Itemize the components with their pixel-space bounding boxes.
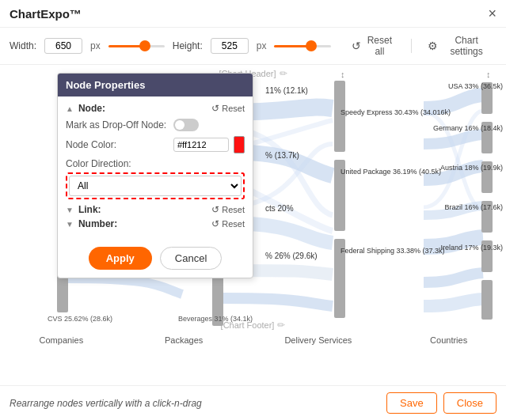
node-label-4: % 26% (29.6k) xyxy=(265,251,318,261)
reset-icon-link: ↺ xyxy=(211,204,219,215)
px-label-2: px xyxy=(257,40,267,51)
edit-footer-icon[interactable]: ✏ xyxy=(277,320,285,331)
link-chevron-icon: ▼ xyxy=(66,206,74,214)
edit-header-icon[interactable]: ✏ xyxy=(280,68,287,79)
width-slider-track xyxy=(108,45,165,47)
reset-all-button[interactable]: ↺ Reset all xyxy=(347,32,401,59)
number-section-title: Number: xyxy=(78,218,117,229)
column-headers: Companies Packages Delivery Services Cou… xyxy=(0,335,506,345)
color-label: Node Color: xyxy=(66,139,169,150)
country-label-usa: USA 33% (36.5k) xyxy=(448,82,503,92)
number-section-header: ▼ Number: ↺ Reset xyxy=(66,218,245,229)
chart-area: ↕ ↕ ↕ ↕ [Chart Header] ✏ 11% (12.1k) % (… xyxy=(0,65,506,350)
close-button[interactable]: × xyxy=(488,6,496,21)
panel-header: Node Properties xyxy=(58,74,253,96)
col-delivery: Delivery Services xyxy=(271,335,366,345)
chart-settings-label: Chart settings xyxy=(441,35,492,57)
svg-text:↕: ↕ xyxy=(341,70,345,79)
toolbar: Width: px Height: px ↺ Reset all ⚙ Chart… xyxy=(0,28,506,65)
height-slider-track xyxy=(274,45,330,47)
number-chevron-icon: ▼ xyxy=(66,220,74,229)
height-label: Height: xyxy=(173,40,203,51)
node-reset-link[interactable]: ↺ Reset xyxy=(211,103,245,114)
cancel-button[interactable]: Cancel xyxy=(160,247,222,270)
top-bar: ChartExpo™ × xyxy=(0,0,506,28)
height-slider-thumb[interactable] xyxy=(306,40,317,51)
direction-label: Color Direction: xyxy=(66,158,245,169)
app-title: ChartExpo™ xyxy=(10,7,481,21)
country-label-germany: Germany 16% (18.4k) xyxy=(433,124,503,134)
bottom-hint: Rearrange nodes vertically with a click-… xyxy=(10,398,380,409)
dropoff-row: Mark as Drop-Off Node: xyxy=(66,119,245,131)
node-label-2: % (13.7k) xyxy=(265,150,299,161)
node-label-1: 11% (12.1k) xyxy=(265,85,308,96)
node-section: ▲ Node: ↺ Reset Mark as Drop-Off Node: xyxy=(66,103,245,199)
width-slider-thumb[interactable] xyxy=(139,40,150,51)
reset-icon-node: ↺ xyxy=(211,103,219,114)
link-section-header: ▼ Link: ↺ Reset xyxy=(66,204,245,215)
apply-button[interactable]: Apply xyxy=(89,247,152,270)
link-reset-link[interactable]: ↺ Reset xyxy=(211,204,245,215)
bottom-label-cvs: CVS 25.62% (28.6k) xyxy=(48,315,112,324)
dropoff-toggle[interactable] xyxy=(173,119,199,131)
color-input[interactable] xyxy=(173,138,229,152)
delivery-label-speedy: Speedy Express 30.43% (34.016k) xyxy=(341,108,451,118)
node-properties-panel: Node Properties ▲ Node: ↺ Reset Mark as … xyxy=(57,73,253,278)
width-input[interactable] xyxy=(44,38,82,54)
svg-rect-16 xyxy=(481,280,493,320)
px-label-1: px xyxy=(90,40,101,51)
country-label-brazil: Brazil 16% (17.6k) xyxy=(444,203,503,213)
svg-text:↕: ↕ xyxy=(486,70,491,79)
direction-select-wrapper: All xyxy=(66,172,245,199)
panel-footer: Apply Cancel xyxy=(58,242,253,278)
panel-body: ▲ Node: ↺ Reset Mark as Drop-Off Node: xyxy=(58,96,253,242)
node-section-title: Node: xyxy=(78,103,105,114)
chart-footer-label: [Chart Footer] ✏ xyxy=(221,320,286,331)
chart-settings-button[interactable]: ⚙ Chart settings xyxy=(423,32,496,59)
toolbar-divider xyxy=(411,39,412,53)
country-label-ireland: Ireland 17% (19.3k) xyxy=(440,244,503,253)
width-slider[interactable] xyxy=(108,40,165,51)
number-reset-link[interactable]: ↺ Reset xyxy=(211,218,245,229)
delivery-label-united: United Package 36.19% (40.5k) xyxy=(341,168,441,177)
node-chevron-icon: ▲ xyxy=(66,104,74,113)
save-button[interactable]: Save xyxy=(386,392,437,414)
reset-icon: ↺ xyxy=(352,40,361,52)
settings-icon: ⚙ xyxy=(428,40,438,52)
col-packages: Packages xyxy=(148,335,219,345)
direction-section: Color Direction: All xyxy=(66,158,245,199)
direction-select[interactable]: All xyxy=(69,176,242,196)
link-section-title: Link: xyxy=(78,204,101,215)
reset-all-label: Reset all xyxy=(364,35,396,57)
col-countries: Countries xyxy=(417,335,481,345)
delivery-label-federal: Federal Shipping 33.38% (37.3k) xyxy=(341,247,445,256)
node-label-3: cts 20% xyxy=(265,203,294,214)
height-slider[interactable] xyxy=(274,40,330,51)
width-label: Width: xyxy=(10,40,36,51)
dropoff-label: Mark as Drop-Off Node: xyxy=(66,119,169,131)
color-swatch[interactable] xyxy=(234,136,245,153)
country-label-austria: Austria 18% (19.9k) xyxy=(440,164,503,173)
bottom-bar: Rearrange nodes vertically with a click-… xyxy=(0,385,506,420)
col-companies: Companies xyxy=(25,335,97,345)
reset-icon-number: ↺ xyxy=(211,218,219,229)
toggle-knob xyxy=(175,120,185,130)
node-section-header: ▲ Node: ↺ Reset xyxy=(66,103,245,114)
color-row: Node Color: xyxy=(66,136,245,153)
height-input[interactable] xyxy=(211,38,249,54)
close-dialog-button[interactable]: Close xyxy=(443,392,496,414)
